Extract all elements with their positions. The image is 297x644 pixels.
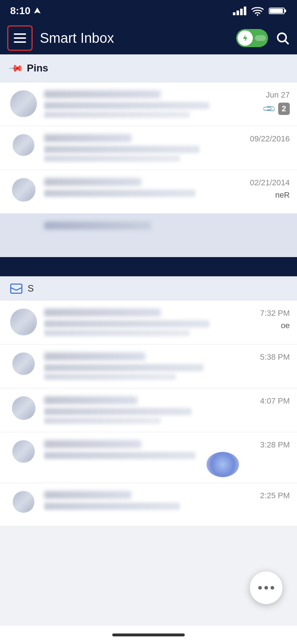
partial-text: oe <box>281 321 290 330</box>
email-meta: 09/22/2016 <box>243 134 290 162</box>
email-meta: 02/21/2014 neR <box>243 178 290 205</box>
status-bar: 8:10 <box>0 0 297 22</box>
email-content <box>40 352 243 380</box>
svg-rect-3 <box>284 9 286 12</box>
sender-blur <box>44 396 137 404</box>
avatar-area <box>7 134 40 162</box>
avatar-area <box>7 352 40 380</box>
avatar-area <box>7 396 40 424</box>
email-content <box>40 222 243 249</box>
wifi-icon <box>251 6 264 16</box>
status-time: 8:10 <box>10 5 41 17</box>
pinned-email-selected[interactable] <box>0 214 297 257</box>
lightning-circle <box>238 30 253 46</box>
search-icon <box>275 31 290 45</box>
email-content <box>40 90 243 118</box>
status-icons <box>233 6 287 16</box>
email-date: 4:07 PM <box>260 396 290 406</box>
home-bar <box>0 626 297 644</box>
search-button[interactable] <box>275 31 290 45</box>
email-meta: 4:07 PM <box>243 396 290 424</box>
avatar-area <box>7 491 40 518</box>
pin-icon: 📌 <box>8 60 24 77</box>
inbox-email-4[interactable]: 3:28 PM <box>0 432 297 483</box>
home-indicator <box>112 633 185 636</box>
navigation-icon <box>33 7 41 15</box>
sender-blur <box>44 134 131 142</box>
subject-blur <box>44 146 200 153</box>
inbox-email-2[interactable]: 5:38 PM <box>0 344 297 388</box>
header-right <box>236 29 290 47</box>
subject-blur <box>44 364 204 371</box>
page-title: Smart Inbox <box>40 30 114 46</box>
email-date: 2:25 PM <box>260 491 290 500</box>
avatar <box>10 90 37 117</box>
pins-label: Pins <box>27 62 48 74</box>
sender-blur <box>44 440 141 448</box>
svg-point-1 <box>257 14 258 16</box>
lightning-toggle[interactable] <box>236 29 268 47</box>
email-date: 09/22/2016 <box>250 134 290 144</box>
blue-bubble <box>206 452 239 477</box>
avatar <box>10 309 37 335</box>
pinned-email-1[interactable]: Jun 27 📎 2 <box>0 82 297 126</box>
email-date: 3:28 PM <box>260 440 290 450</box>
attachment-icon: 📎 <box>262 101 276 116</box>
hamburger-line-3 <box>14 41 26 43</box>
inbox-email-list: 7:32 PM oe 5:38 PM <box>0 301 297 527</box>
lightning-icon <box>241 34 250 42</box>
avatar <box>13 134 34 156</box>
svg-line-8 <box>285 41 289 44</box>
section-divider <box>0 258 297 276</box>
inbox-email-3[interactable]: 4:07 PM <box>0 388 297 432</box>
sender-blur <box>44 491 131 499</box>
fab-dot-2 <box>264 586 268 590</box>
inbox-email-5[interactable]: 2:25 PM <box>0 483 297 527</box>
subject-blur <box>44 452 196 459</box>
avatar-area <box>7 178 40 205</box>
pinned-email-list: Jun 27 📎 2 09/22/2016 <box>0 82 297 258</box>
email-content <box>40 491 243 518</box>
email-meta: 5:38 PM <box>243 352 290 380</box>
signal-strength <box>233 7 246 15</box>
svg-marker-0 <box>34 8 41 14</box>
preview-blur <box>44 111 190 118</box>
subject-blur <box>44 503 180 510</box>
hamburger-line-1 <box>14 33 26 35</box>
sender-blur <box>44 309 161 317</box>
battery-icon <box>269 6 287 16</box>
pinned-email-3[interactable]: 02/21/2014 neR <box>0 170 297 214</box>
avatar-area <box>7 90 40 118</box>
subject-blur <box>44 320 209 327</box>
avatar <box>12 178 35 202</box>
email-content <box>40 134 243 162</box>
menu-button[interactable] <box>7 25 33 51</box>
avatar <box>13 491 34 513</box>
sender-blur <box>44 352 145 360</box>
hamburger-line-2 <box>14 37 26 39</box>
email-content <box>40 178 243 205</box>
email-date: 02/21/2014 <box>250 178 290 187</box>
pins-section-header: 📌 Pins <box>0 54 297 82</box>
avatar-area <box>7 222 40 249</box>
email-meta: 3:28 PM <box>243 440 290 475</box>
svg-marker-5 <box>243 34 247 42</box>
fab-dots <box>258 586 274 590</box>
subject-blur <box>44 190 196 197</box>
smart-inbox-sub-label: S <box>28 283 34 294</box>
email-meta: 7:32 PM oe <box>243 309 290 336</box>
email-content <box>40 309 243 336</box>
inbox-email-1[interactable]: 7:32 PM oe <box>0 301 297 344</box>
email-date: Jun 27 <box>266 90 290 100</box>
email-date: 5:38 PM <box>260 352 290 362</box>
header-left: Smart Inbox <box>7 25 114 51</box>
fab-button[interactable] <box>250 571 283 604</box>
avatar <box>12 396 35 420</box>
time-display: 8:10 <box>10 5 30 17</box>
email-meta: Jun 27 📎 2 <box>243 90 290 118</box>
email-meta: 2:25 PM <box>243 491 290 518</box>
preview-blur <box>44 155 180 162</box>
email-meta <box>243 222 290 249</box>
pinned-email-2[interactable]: 09/22/2016 <box>0 126 297 170</box>
avatar-area <box>7 309 40 336</box>
